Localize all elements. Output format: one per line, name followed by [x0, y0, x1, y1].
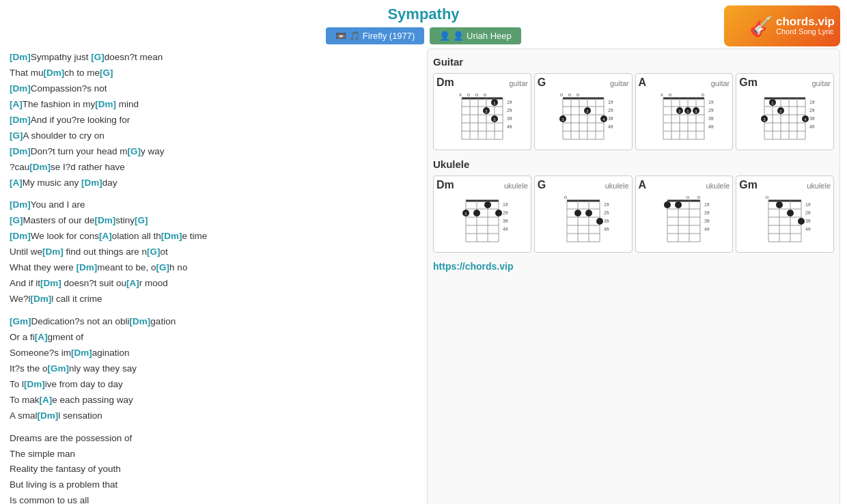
chord-g[interactable]: [G] [10, 130, 23, 141]
chord-dm[interactable]: [Dm] [130, 316, 151, 326]
svg-text:2fr: 2fr [604, 210, 610, 215]
chord-a-guitar[interactable]: A guitar [635, 73, 734, 150]
svg-text:o: o [766, 194, 769, 200]
lyrics-line: A smal[Dm]l sensation [10, 408, 419, 424]
svg-text:3fr: 3fr [704, 219, 710, 223]
logo-subtitle: Chord Song Lyric [776, 27, 835, 36]
chord-dm[interactable]: [Dm] [10, 115, 31, 125]
lyrics-line: Dreams are the possession of [10, 431, 419, 447]
chord-a[interactable]: [A] [10, 178, 23, 188]
svg-point-166 [776, 201, 783, 208]
chord-g[interactable]: [G] [135, 215, 148, 225]
chord-dm[interactable]: [Dm] [10, 199, 31, 210]
svg-text:4fr: 4fr [809, 124, 816, 129]
lyrics-line: [A]The fashion in my[Dm] mind [10, 97, 419, 113]
svg-text:4fr: 4fr [704, 227, 710, 232]
verse-1: [Dm]Sympathy just [G]doesn?t mean That m… [10, 50, 419, 191]
cassette-icon: 📼 [335, 31, 346, 41]
lyrics-line: [G]A shoulder to cry on [10, 128, 419, 144]
lyrics-line: ?cau[Dm]se I?d rather have [10, 160, 419, 176]
uriah-button[interactable]: 👤 👤 Uriah Heep [430, 27, 520, 44]
chord-a[interactable]: [A] [99, 231, 112, 241]
svg-text:4fr: 4fr [805, 227, 811, 232]
chord-dm[interactable]: [Dm] [10, 83, 31, 94]
lyrics-line: [Dm]Compassion?s not [10, 81, 419, 97]
svg-text:2fr: 2fr [704, 210, 710, 215]
chord-dm[interactable]: [Dm] [24, 379, 45, 389]
dm-guitar-diagram: x o o o 1 2 3 [445, 90, 520, 145]
chord-g[interactable]: [G] [91, 52, 105, 62]
chord-dm[interactable]: [Dm] [95, 99, 116, 109]
chord-gm-ukulele[interactable]: Gm ukulele o [736, 176, 834, 253]
chord-a[interactable]: [A] [126, 278, 139, 288]
chord-dm[interactable]: [Dm] [81, 178, 102, 188]
lyrics-line: Is common to us all [10, 493, 419, 504]
chord-dm-guitar[interactable]: Dm guitar [433, 73, 531, 150]
svg-point-149 [664, 201, 671, 208]
chord-dm[interactable]: [Dm] [95, 215, 116, 225]
chord-dm[interactable]: [Dm] [77, 262, 98, 272]
svg-point-168 [798, 218, 805, 225]
svg-text:x: x [661, 92, 663, 98]
chord-panel: Guitar Dm guitar [427, 48, 840, 504]
svg-text:1fr: 1fr [507, 100, 513, 104]
chord-gm[interactable]: [Gm] [48, 363, 70, 374]
lyrics-line: [Dm]Don?t turn your head m[G]y way [10, 144, 419, 160]
chord-panel-bottom-link[interactable]: https://chords.vip [433, 261, 834, 272]
lyrics-line: We?l[Dm]l call it crime [10, 292, 419, 307]
lyrics-line: The simple man [10, 447, 419, 462]
chord-a[interactable]: [A] [35, 332, 48, 342]
guitar-title: Guitar [433, 56, 834, 68]
svg-point-167 [787, 210, 794, 216]
chord-g-guitar[interactable]: G guitar [534, 73, 633, 150]
chord-g-ukulele[interactable]: G ukulele o [534, 176, 633, 253]
chord-dm-ukulele[interactable]: Dm ukulele [433, 176, 531, 253]
chord-a-ukulele[interactable]: A ukulele o o [635, 176, 734, 253]
svg-text:3fr: 3fr [708, 116, 714, 121]
chord-dm[interactable]: [Dm] [31, 294, 52, 304]
chord-dm[interactable]: [Dm] [71, 348, 92, 358]
svg-point-113 [484, 201, 491, 208]
chord-dm[interactable]: [Dm] [38, 410, 59, 421]
svg-text:4fr: 4fr [507, 124, 513, 129]
chord-site-link[interactable]: https://chords.vip [433, 261, 513, 272]
svg-text:1fr: 1fr [809, 100, 816, 104]
lyrics-line: [Dm]We look for cons[A]olation all th[Dm… [10, 229, 419, 244]
chord-dm[interactable]: [Dm] [29, 162, 51, 172]
person-icon: 👤 [439, 31, 450, 41]
chord-g[interactable]: [G] [128, 146, 141, 156]
logo: 🎸 chords.vip Chord Song Lyric [724, 5, 840, 46]
chord-dm[interactable]: [Dm] [42, 247, 64, 257]
lyrics-line: To l[Dm]ive from day to day [10, 377, 419, 393]
chord-g[interactable]: [G] [100, 68, 113, 78]
chord-a[interactable]: [A] [10, 99, 23, 109]
chord-g[interactable]: [G] [147, 247, 161, 257]
g-uke-diagram: o 1fr 2 [546, 193, 621, 247]
chord-gm-guitar[interactable]: Gm guitar [736, 73, 834, 150]
lyrics-line: [Dm]You and I are [10, 197, 419, 213]
firefly-button[interactable]: 📼 🎵 Firefly (1977) [326, 27, 424, 44]
lyrics-line: It?s the o[Gm]nly way they say [10, 361, 419, 377]
chord-dm[interactable]: [Dm] [10, 231, 31, 241]
svg-text:2fr: 2fr [708, 108, 714, 113]
chord-dm[interactable]: [Dm] [161, 231, 182, 241]
lyrics-line: [G]Masters of our de[Dm]stiny[G] [10, 213, 419, 229]
svg-text:4fr: 4fr [708, 124, 714, 129]
chord-gm[interactable]: [Gm] [10, 316, 31, 326]
firefly-label: 🎵 Firefly (1977) [349, 31, 415, 41]
a-uke-diagram: o o 1fr [646, 193, 721, 247]
svg-text:1fr: 1fr [608, 100, 614, 104]
chord-dm-uke-header: Dm ukulele [436, 179, 528, 191]
chord-a[interactable]: [A] [40, 395, 53, 405]
chord-g[interactable]: [G] [10, 215, 23, 225]
chord-dm[interactable]: [Dm] [10, 52, 31, 62]
chord-dm[interactable]: [Dm] [10, 146, 31, 156]
svg-text:o: o [475, 92, 479, 98]
svg-text:2fr: 2fr [507, 108, 513, 113]
svg-text:1fr: 1fr [805, 202, 811, 207]
chord-g-header: G guitar [538, 76, 629, 89]
chord-g[interactable]: [G] [156, 262, 170, 272]
chord-dm[interactable]: [Dm] [44, 68, 65, 78]
svg-text:4fr: 4fr [608, 124, 614, 129]
chord-dm[interactable]: [Dm] [40, 278, 61, 288]
